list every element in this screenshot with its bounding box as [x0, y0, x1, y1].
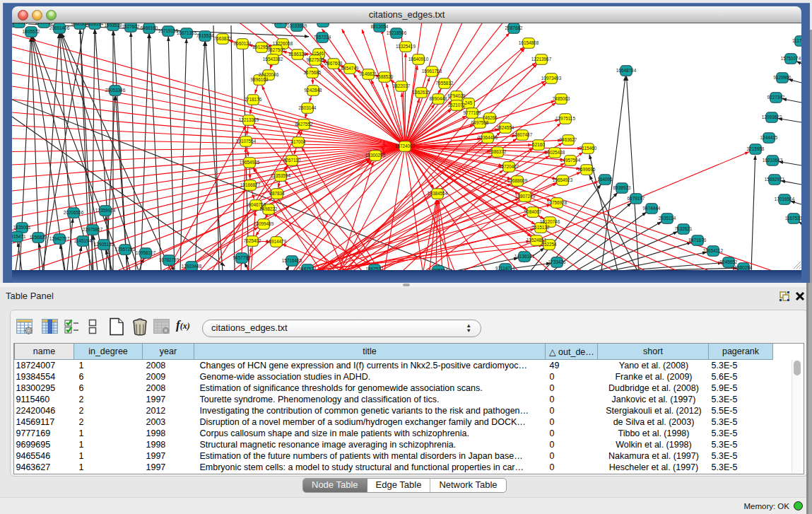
svg-text:14099489: 14099489 — [254, 221, 274, 226]
svg-text:16914479: 16914479 — [266, 239, 287, 244]
svg-text:16543382: 16543382 — [263, 57, 283, 62]
svg-text:12905135: 12905135 — [94, 242, 114, 247]
svg-text:10719155: 10719155 — [158, 28, 179, 33]
svg-text:12942757: 12942757 — [49, 236, 70, 241]
svg-text:11353594: 11353594 — [271, 173, 290, 178]
svg-text:13226058: 13226058 — [273, 41, 293, 46]
svg-text:20206556: 20206556 — [64, 210, 84, 215]
svg-text:18640910: 18640910 — [408, 57, 429, 62]
svg-text:3824554: 3824554 — [497, 125, 514, 130]
svg-text:1362615: 1362615 — [413, 90, 430, 95]
svg-text:16120746: 16120746 — [540, 219, 560, 224]
svg-text:10025438: 10025438 — [545, 150, 565, 155]
svg-text:8938923: 8938923 — [613, 185, 631, 190]
svg-text:1993518: 1993518 — [105, 23, 122, 28]
svg-text:6794028: 6794028 — [448, 93, 466, 98]
svg-text:7955812: 7955812 — [436, 81, 454, 86]
svg-text:14136141: 14136141 — [514, 254, 535, 259]
svg-text:6466160: 6466160 — [141, 25, 158, 30]
svg-text:5498222: 5498222 — [260, 206, 278, 211]
svg-text:19166827: 19166827 — [240, 182, 261, 187]
svg-text:9227342: 9227342 — [767, 95, 785, 100]
svg-text:1835061: 1835061 — [13, 225, 31, 230]
svg-text:9245652: 9245652 — [720, 259, 738, 264]
svg-text:8471676: 8471676 — [689, 238, 707, 243]
svg-text:2803144: 2803144 — [299, 105, 317, 110]
svg-text:3675685: 3675685 — [304, 70, 322, 75]
svg-text:1588520: 1588520 — [376, 74, 394, 79]
svg-text:8267110: 8267110 — [283, 158, 301, 163]
svg-text:79754323: 79754323 — [313, 23, 334, 24]
svg-text:8186328: 8186328 — [289, 52, 307, 57]
svg-text:3215958: 3215958 — [747, 146, 765, 151]
svg-text:10807487: 10807487 — [512, 132, 533, 137]
svg-text:17957253: 17957253 — [115, 247, 136, 252]
svg-text:19654923: 19654923 — [553, 177, 573, 182]
svg-text:9660124: 9660124 — [234, 41, 252, 46]
svg-text:6497568: 6497568 — [471, 120, 489, 125]
svg-text:29053346: 29053346 — [105, 88, 126, 93]
svg-text:2867608: 2867608 — [325, 61, 343, 66]
svg-text:887834: 887834 — [269, 191, 285, 196]
svg-text:6679197: 6679197 — [628, 196, 645, 201]
svg-text:9474444: 9474444 — [643, 206, 661, 211]
svg-text:3822037: 3822037 — [393, 83, 411, 88]
svg-text:1615132: 1615132 — [532, 225, 550, 230]
svg-text:1156829: 1156829 — [30, 235, 47, 240]
svg-text:7386372: 7386372 — [489, 149, 507, 154]
svg-text:164095: 164095 — [597, 177, 613, 182]
svg-text:1244415: 1244415 — [760, 135, 778, 140]
svg-text:9699695: 9699695 — [578, 167, 596, 172]
svg-text:12923448: 12923448 — [182, 264, 202, 269]
svg-text:2718176: 2718176 — [245, 97, 262, 102]
svg-text:9457791: 9457791 — [233, 255, 251, 260]
svg-text:1117207: 1117207 — [792, 38, 801, 43]
svg-text:17359924: 17359924 — [95, 208, 116, 213]
svg-text:252254: 252254 — [541, 242, 557, 247]
svg-text:15720407: 15720407 — [499, 164, 519, 169]
svg-text:7632621: 7632621 — [675, 226, 693, 231]
svg-text:9896163: 9896163 — [251, 77, 269, 82]
svg-text:18807249: 18807249 — [515, 194, 536, 199]
svg-text:7515524: 7515524 — [196, 33, 214, 38]
svg-text:20364436: 20364436 — [478, 135, 498, 140]
svg-text:12975115: 12975115 — [555, 116, 575, 121]
svg-text:8813054: 8813054 — [371, 24, 389, 29]
svg-text:10756928: 10756928 — [547, 200, 567, 205]
svg-text:10107554: 10107554 — [236, 139, 257, 144]
svg-text:9084067: 9084067 — [524, 209, 542, 214]
svg-text:1167531: 1167531 — [785, 216, 801, 221]
svg-text:23975867: 23975867 — [83, 227, 103, 232]
svg-text:10688609: 10688609 — [507, 178, 528, 183]
svg-text:15751074: 15751074 — [781, 56, 801, 61]
svg-text:17016504: 17016504 — [775, 197, 795, 201]
svg-text:16210643: 16210643 — [763, 158, 783, 163]
svg-text:16671355: 16671355 — [177, 30, 197, 35]
svg-text:8454749: 8454749 — [341, 66, 359, 71]
svg-text:10973493: 10973493 — [541, 76, 562, 81]
svg-text:9777169: 9777169 — [464, 110, 481, 115]
svg-text:1546: 1546 — [314, 51, 324, 56]
svg-text:16648784: 16648784 — [616, 68, 637, 73]
svg-text:9242848: 9242848 — [305, 88, 322, 93]
svg-text:417004: 417004 — [290, 139, 306, 144]
svg-text:22420046: 22420046 — [259, 72, 279, 77]
svg-text:9380284: 9380284 — [735, 265, 753, 270]
svg-text:1733426: 1733426 — [548, 259, 566, 264]
svg-text:15692971: 15692971 — [765, 177, 785, 182]
svg-text:62160: 62160 — [532, 142, 545, 147]
svg-text:14957594: 14957594 — [560, 158, 581, 163]
svg-text:7485063: 7485063 — [553, 96, 570, 101]
svg-text:19384554: 19384554 — [428, 191, 448, 196]
svg-text:1527602: 1527602 — [122, 24, 140, 29]
svg-text:12213369: 12213369 — [239, 117, 259, 122]
svg-text:16154808: 16154808 — [519, 40, 539, 45]
svg-text:10033809: 10033809 — [287, 23, 307, 28]
svg-text:7357224: 7357224 — [314, 35, 331, 40]
svg-text:9115460: 9115460 — [579, 146, 597, 151]
svg-text:16961758: 16961758 — [422, 69, 442, 74]
svg-text:2935114: 2935114 — [659, 216, 676, 221]
svg-text:12213967: 12213967 — [531, 57, 552, 62]
svg-text:1405572: 1405572 — [23, 29, 40, 34]
svg-text:7663822: 7663822 — [214, 36, 232, 41]
